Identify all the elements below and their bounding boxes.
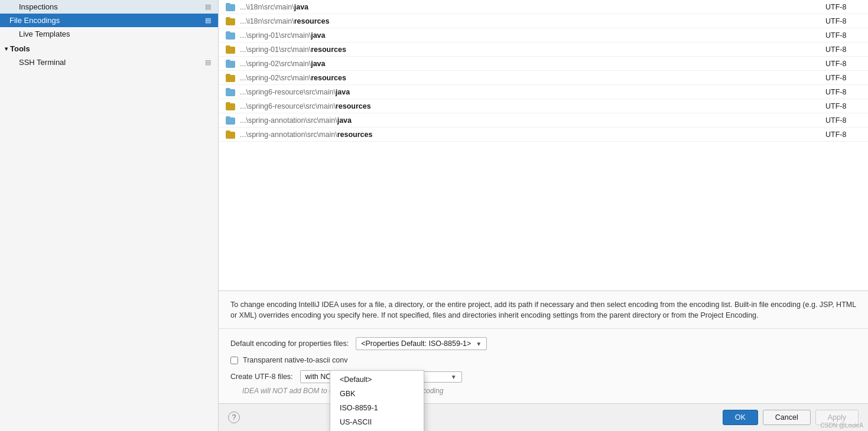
sidebar-item-ssh-terminal[interactable]: SSH Terminal ▤ — [0, 55, 218, 69]
info-text: To change encoding IntelliJ IDEA uses fo… — [219, 291, 868, 329]
content-area: ...\i18n\src\main\java UTF-8 ...\i18n\sr… — [219, 0, 868, 431]
utf8-dropdown-menu[interactable]: <Default> GBK ISO-8859-1 US-ASCII UTF-16 — [330, 370, 424, 431]
sidebar-item-file-encodings[interactable]: File Encodings ▤ — [0, 14, 218, 27]
table-row: ...\i18n\src\main\java UTF-8 — [219, 0, 868, 14]
folder-icon — [226, 102, 236, 110]
credit-text: CSDN @LouieA — [821, 422, 863, 429]
properties-encoding-label: Default encoding for properties files: — [230, 339, 349, 348]
dropdown-item-gbk[interactable]: GBK — [330, 387, 424, 401]
table-row: ...\spring6-resource\src\main\resources … — [219, 99, 868, 113]
sidebar-icon-file-encodings: ▤ — [205, 17, 211, 24]
utf8-label: Create UTF-8 files: — [230, 373, 293, 381]
table-row: ...\spring-01\src\main\resources UTF-8 — [219, 43, 868, 57]
dropdown-item-iso[interactable]: ISO-8859-1 — [330, 401, 424, 415]
table-row: ...\spring-02\src\main\java UTF-8 — [219, 57, 868, 71]
file-list[interactable]: ...\i18n\src\main\java UTF-8 ...\i18n\sr… — [219, 0, 868, 291]
sidebar-section-tools[interactable]: ▾ Tools — [0, 41, 218, 55]
sidebar-item-inspections[interactable]: Inspections ▤ — [0, 0, 218, 14]
table-row: ...\spring-01\src\main\java UTF-8 — [219, 28, 868, 43]
help-button[interactable]: ? — [228, 412, 240, 423]
dropdown-item-default[interactable]: <Default> — [330, 373, 424, 387]
folder-icon — [226, 31, 236, 40]
sidebar: Inspections ▤ File Encodings ▤ Live Temp… — [0, 0, 219, 431]
folder-icon — [226, 88, 236, 96]
settings-section: Default encoding for properties files: <… — [219, 329, 868, 403]
table-row: ...\i18n\src\main\resources UTF-8 — [219, 14, 868, 28]
transparent-native-row: Transparent native-to-ascii conv — [230, 356, 856, 364]
folder-icon — [226, 17, 236, 25]
sidebar-icon-inspections: ▤ — [205, 3, 211, 11]
table-row: ...\spring-02\src\main\resources UTF-8 — [219, 71, 868, 85]
transparent-native-checkbox[interactable] — [230, 357, 238, 364]
utf8-row: Create UTF-8 files: with NO BOM <Default… — [230, 370, 856, 383]
sidebar-icon-ssh: ▤ — [205, 58, 211, 66]
folder-icon — [226, 45, 236, 54]
ok-button[interactable]: OK — [723, 410, 758, 425]
tools-collapse-icon: ▾ — [5, 45, 8, 52]
folder-icon — [226, 74, 236, 82]
properties-encoding-dropdown[interactable]: <Properties Default: ISO-8859-1> ▼ — [356, 337, 487, 350]
folder-icon — [226, 130, 236, 139]
dropdown-arrow-icon: ▼ — [476, 341, 482, 347]
folder-icon — [226, 3, 236, 11]
sidebar-item-live-templates[interactable]: Live Templates — [0, 27, 218, 41]
table-row: ...\spring6-resource\src\main\java UTF-8 — [219, 85, 868, 99]
second-dropdown-arrow-icon: ▼ — [451, 374, 457, 380]
table-row: ...\spring-annotation\src\main\java UTF-… — [219, 113, 868, 128]
folder-icon — [226, 116, 236, 125]
folder-icon — [226, 60, 236, 68]
bottom-bar: ? OK Cancel Apply — [219, 403, 868, 431]
table-row: ...\spring-annotation\src\main\resources… — [219, 128, 868, 142]
properties-encoding-row: Default encoding for properties files: <… — [230, 337, 856, 350]
cancel-button[interactable]: Cancel — [763, 410, 811, 425]
dropdown-item-usascii[interactable]: US-ASCII — [330, 415, 424, 429]
